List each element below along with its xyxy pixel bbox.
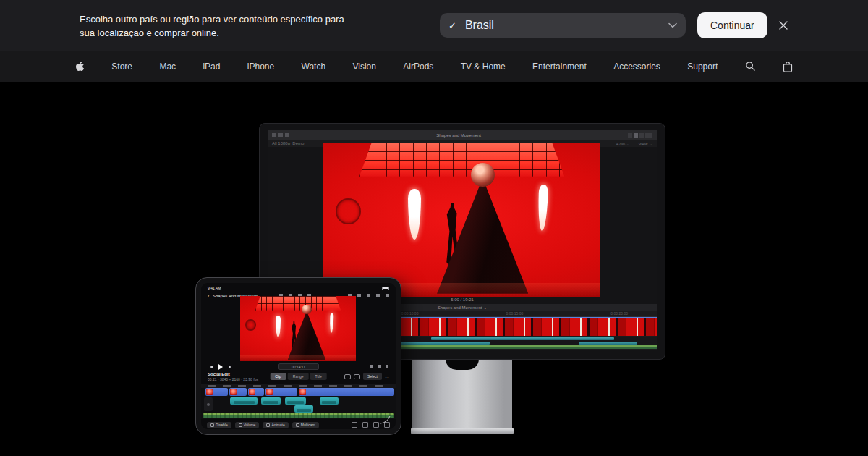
light-slit-left — [408, 189, 421, 240]
ceiling-grid-lights — [255, 296, 341, 311]
clip-meta: 00:21 · 3840 × 2160 · 23.98 fps — [208, 377, 258, 381]
video-scene — [240, 296, 356, 361]
nav-item-watch[interactable]: Watch — [302, 62, 326, 72]
connected-clip[interactable] — [261, 397, 281, 405]
nav-item-tv-home[interactable]: TV & Home — [461, 62, 506, 72]
check-icon: ✓ — [448, 20, 456, 31]
play-icon[interactable] — [218, 364, 223, 370]
light-slit-right — [330, 313, 334, 333]
ruler-tick: 0:00:20:00 — [610, 311, 628, 316]
ruler-tick: 0:00:10:00 — [401, 311, 419, 316]
sidebar-toggle-icons[interactable] — [272, 133, 289, 137]
region-banner: Escolha outro país ou região para ver co… — [0, 0, 868, 51]
fcp-ipad-app: 9:41 AM ‹ Shapes And Movement ⌄ 00:14:11 — [201, 283, 396, 429]
light-slit-right — [537, 184, 548, 230]
previous-frame-icon[interactable] — [210, 366, 213, 368]
global-nav: Store Mac iPad iPhone Watch Vision AirPo… — [0, 51, 868, 82]
music-track[interactable] — [203, 413, 394, 418]
project-info-bar: Social Edit 00:21 · 3840 × 2160 · 23.98 … — [201, 372, 396, 382]
fcp-titlebar: Shapes and Movement — [268, 130, 657, 140]
more-icon[interactable]: … — [385, 374, 389, 379]
timeline-clip-selected[interactable] — [401, 317, 657, 336]
select-button[interactable]: Select — [363, 373, 382, 380]
ruler-tick: 0:00:15:00 — [506, 311, 524, 316]
country-select[interactable]: ✓ Brasil — [440, 13, 686, 38]
animate-button[interactable]: Animate — [263, 422, 288, 428]
ipad-timeline[interactable] — [201, 388, 396, 419]
gesture-swoosh — [380, 414, 391, 427]
nav-item-accessories[interactable]: Accessories — [613, 62, 660, 72]
connected-clip[interactable] — [320, 397, 339, 405]
nav-item-store[interactable]: Store — [111, 62, 132, 72]
connected-clip[interactable] — [285, 397, 306, 405]
video-scene — [323, 143, 600, 297]
connected-clip[interactable] — [294, 405, 313, 413]
fcp-view-menu[interactable]: View ⌄ — [638, 142, 652, 146]
volume-button[interactable]: Volume — [235, 422, 260, 428]
timeline-clip[interactable] — [205, 388, 228, 396]
nav-item-iphone[interactable]: iPhone — [247, 62, 274, 72]
sphere-prop — [302, 305, 312, 315]
viewer-option-icons[interactable] — [370, 365, 388, 368]
connected-clip[interactable] — [230, 397, 258, 405]
nav-item-airpods[interactable]: AirPods — [403, 62, 433, 72]
fcp-browser-label[interactable]: All 1080p_Demo — [272, 141, 304, 145]
wall-ring — [245, 319, 255, 330]
audio-clip[interactable] — [431, 337, 614, 340]
nav-item-support[interactable]: Support — [687, 62, 718, 72]
search-icon[interactable] — [745, 61, 756, 72]
segment-range[interactable]: Range — [288, 373, 309, 380]
nav-item-ipad[interactable]: iPad — [203, 62, 220, 72]
display-stand — [412, 360, 512, 434]
nav-item-mac[interactable]: Mac — [159, 62, 176, 72]
transport-controls: 00:14:11 — [201, 363, 396, 371]
timeline-clip[interactable] — [248, 388, 264, 396]
region-banner-message: Escolha outro país ou região para ver co… — [80, 13, 357, 41]
audio-clip[interactable] — [579, 342, 637, 345]
nav-item-entertainment[interactable]: Entertainment — [532, 62, 587, 72]
ipad-bottom-toolbar: Disable Volume Animate Multicam — [201, 421, 396, 429]
timeline-clip[interactable] — [299, 388, 394, 396]
ipad-timecode: 00:14:11 — [278, 363, 319, 370]
ipad: 9:41 AM ‹ Shapes And Movement ⌄ 00:14:11 — [195, 277, 401, 435]
timeline-clip[interactable] — [229, 388, 247, 396]
fcp-window-title: Shapes and Movement — [289, 133, 628, 138]
apple-logo-icon[interactable] — [75, 61, 85, 72]
country-select-value: Brasil — [465, 19, 668, 32]
timeline-clip[interactable] — [265, 388, 297, 396]
ceiling-grid-lights — [359, 143, 564, 177]
sphere-prop — [471, 163, 495, 187]
fcp-panel-toggle-icons[interactable] — [628, 133, 652, 138]
layers-icon[interactable] — [354, 374, 360, 379]
wall-ring — [336, 198, 360, 224]
continue-button[interactable]: Continuar — [697, 12, 767, 38]
fcp-zoom-menu[interactable]: 47% ⌄ — [616, 142, 630, 146]
segment-title[interactable]: Title — [310, 373, 327, 380]
next-frame-icon[interactable] — [229, 366, 231, 368]
clip-title: Social Edit — [208, 372, 258, 376]
segment-clip[interactable]: Clip — [270, 373, 286, 380]
multicam-button[interactable]: Multicam — [292, 422, 319, 428]
trash-icon[interactable] — [352, 422, 357, 428]
battery-icon — [382, 287, 389, 290]
back-chevron-icon[interactable]: ‹ — [208, 294, 210, 298]
eye-icon[interactable] — [344, 374, 351, 379]
floor-shade — [240, 355, 356, 361]
audio-meter-icon[interactable] — [373, 422, 379, 428]
nav-item-vision[interactable]: Vision — [352, 62, 375, 72]
track-header[interactable] — [204, 397, 213, 411]
camera-icon[interactable] — [362, 422, 368, 428]
edit-mode-segmented-control: Clip Range Title — [270, 373, 327, 380]
close-icon[interactable] — [775, 17, 791, 33]
light-slit-left — [276, 316, 281, 337]
disable-button[interactable]: Disable — [207, 422, 231, 428]
bag-icon[interactable] — [783, 61, 793, 72]
chevron-down-icon — [668, 22, 677, 28]
